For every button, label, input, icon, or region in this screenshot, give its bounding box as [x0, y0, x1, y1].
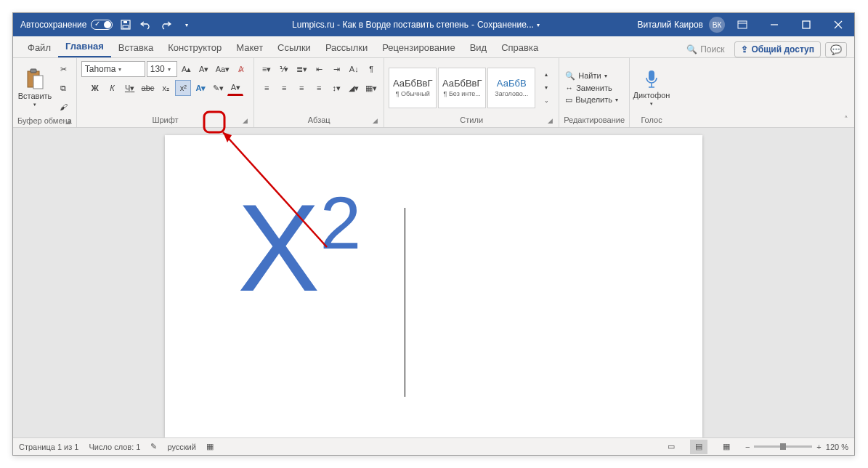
font-name-combo[interactable]: Tahoma▾: [81, 61, 145, 77]
close-icon[interactable]: [824, 13, 853, 36]
paste-button[interactable]: Вставить▾: [17, 64, 52, 112]
ribbon: Вставить▾ ✂ ⧉ 🖌 Буфер обмена◢ Tahoma▾ 13…: [13, 58, 854, 128]
user-avatar[interactable]: ВК: [709, 17, 725, 33]
tab-file[interactable]: Файл: [20, 38, 58, 57]
maximize-icon[interactable]: [792, 13, 821, 36]
strike-button[interactable]: abc: [139, 80, 157, 96]
superscript-button[interactable]: x²: [175, 80, 191, 96]
align-left-icon[interactable]: ≡: [259, 80, 275, 96]
group-paragraph: ≡▾ ⅟▾ ≣▾ ⇤ ⇥ A↓ ¶ ≡ ≡ ≡ ≡ ↕▾ ◢▾ ▦▾: [254, 58, 384, 127]
subscript-button[interactable]: x₂: [158, 80, 174, 96]
comments-button[interactable]: 💬: [825, 42, 847, 57]
svg-rect-2: [123, 21, 127, 23]
tab-insert[interactable]: Вставка: [111, 38, 161, 57]
highlight-icon[interactable]: ✎▾: [210, 80, 226, 96]
svg-rect-11: [33, 76, 43, 89]
font-color-icon[interactable]: A▾: [227, 80, 243, 96]
document-text[interactable]: X2: [238, 179, 361, 317]
shrink-font-icon[interactable]: A▾: [196, 61, 212, 77]
zoom-in-icon[interactable]: +: [816, 443, 821, 451]
autosave-label: Автосохранение: [20, 20, 86, 30]
justify-icon[interactable]: ≡: [311, 80, 327, 96]
tab-mailings[interactable]: Рассылки: [318, 38, 375, 57]
underline-button[interactable]: Ч▾: [122, 80, 138, 96]
undo-icon[interactable]: [139, 17, 153, 32]
read-mode-icon[interactable]: ▭: [662, 440, 680, 454]
align-right-icon[interactable]: ≡: [293, 80, 309, 96]
borders-icon[interactable]: ▦▾: [363, 80, 379, 96]
font-size-combo[interactable]: 130▾: [147, 61, 177, 77]
paragraph-launcher-icon[interactable]: ◢: [373, 117, 378, 124]
styles-expand-icon[interactable]: ⌄: [538, 94, 554, 108]
bold-button[interactable]: Ж: [87, 80, 103, 96]
find-button[interactable]: 🔍Найти▾: [564, 70, 620, 81]
tab-design[interactable]: Конструктор: [161, 38, 229, 57]
show-marks-icon[interactable]: ¶: [363, 61, 379, 77]
clipboard-launcher-icon[interactable]: ◢: [65, 118, 70, 125]
tab-home[interactable]: Главная: [58, 36, 111, 57]
redo-icon[interactable]: [159, 17, 174, 32]
dec-indent-icon[interactable]: ⇤: [311, 61, 327, 77]
align-center-icon[interactable]: ≡: [276, 80, 292, 96]
tab-review[interactable]: Рецензирование: [375, 38, 462, 57]
dictate-button[interactable]: Диктофон▾: [634, 64, 669, 112]
multilevel-icon[interactable]: ≣▾: [293, 61, 309, 77]
share-button[interactable]: ⇪ Общий доступ: [734, 41, 821, 57]
replace-button[interactable]: ↔Заменить: [564, 83, 620, 93]
format-painter-icon[interactable]: 🖌: [55, 99, 71, 115]
qat-dropdown-icon[interactable]: ▾: [179, 17, 194, 32]
styles-launcher-icon[interactable]: ◢: [548, 117, 553, 124]
share-icon: ⇪: [741, 44, 748, 55]
styles-scroll-down-icon[interactable]: ▾: [538, 81, 554, 94]
svg-rect-6: [803, 21, 810, 28]
language-status[interactable]: русский: [167, 443, 195, 451]
word-count[interactable]: Число слов: 1: [89, 443, 140, 451]
autosave-toggle[interactable]: Автосохранение ✓: [20, 20, 113, 30]
voice-label: Голос: [641, 116, 662, 124]
spellcheck-icon[interactable]: ✎: [150, 442, 157, 451]
editing-label: Редактирование: [564, 116, 625, 124]
minimize-icon[interactable]: [760, 13, 789, 36]
macro-icon[interactable]: ▦: [206, 442, 214, 451]
text-effects-icon[interactable]: A▾: [192, 80, 208, 96]
tab-help[interactable]: Справка: [494, 38, 545, 57]
zoom-slider[interactable]: [754, 445, 812, 448]
sort-icon[interactable]: A↓: [346, 61, 362, 77]
styles-scroll-up-icon[interactable]: ▴: [538, 68, 554, 81]
collapse-ribbon-icon[interactable]: ˄: [838, 112, 854, 127]
font-launcher-icon[interactable]: ◢: [243, 117, 248, 124]
select-button[interactable]: ▭Выделить▾: [564, 94, 620, 105]
grow-font-icon[interactable]: A▴: [179, 61, 195, 77]
zoom-out-icon[interactable]: −: [745, 443, 750, 451]
style-normal[interactable]: АаБбВвГ ¶ Обычный: [389, 68, 437, 108]
change-case-icon[interactable]: Aa▾: [214, 61, 232, 77]
group-editing: 🔍Найти▾ ↔Заменить ▭Выделить▾ Редактирова…: [559, 58, 630, 127]
page[interactable]: X2: [165, 135, 702, 437]
clipboard-label: Буфер обмена: [17, 116, 72, 125]
user-name[interactable]: Виталий Каиров: [637, 20, 703, 30]
tab-view[interactable]: Вид: [463, 38, 495, 57]
document-area[interactable]: X2: [13, 128, 854, 437]
page-status[interactable]: Страница 1 из 1: [19, 443, 78, 451]
title-bar: Автосохранение ✓ ▾ Lumpics.ru - Как в Во…: [13, 13, 854, 36]
tab-references[interactable]: Ссылки: [270, 38, 318, 57]
inc-indent-icon[interactable]: ⇥: [328, 61, 344, 77]
print-layout-icon[interactable]: ▤: [690, 440, 707, 454]
numbering-icon[interactable]: ⅟▾: [276, 61, 292, 77]
clear-format-icon[interactable]: A̷: [233, 61, 249, 77]
ribbon-options-icon[interactable]: [728, 13, 757, 36]
search-box[interactable]: 🔍 Поиск: [681, 41, 730, 57]
bullets-icon[interactable]: ≡▾: [259, 61, 275, 77]
copy-icon[interactable]: ⧉: [55, 80, 71, 96]
shading-icon[interactable]: ◢▾: [346, 80, 362, 96]
web-layout-icon[interactable]: ▦: [718, 440, 735, 454]
save-icon[interactable]: [118, 17, 133, 32]
style-no-spacing[interactable]: АаБбВвГ ¶ Без инте...: [438, 68, 486, 108]
zoom-level[interactable]: 120 %: [826, 443, 848, 451]
line-spacing-icon[interactable]: ↕▾: [328, 80, 344, 96]
find-icon: 🔍: [565, 71, 575, 81]
italic-button[interactable]: К: [105, 80, 121, 96]
tab-layout[interactable]: Макет: [229, 38, 270, 57]
style-heading1[interactable]: АаБбВ Заголово...: [487, 68, 535, 108]
cut-icon[interactable]: ✂: [55, 61, 71, 77]
